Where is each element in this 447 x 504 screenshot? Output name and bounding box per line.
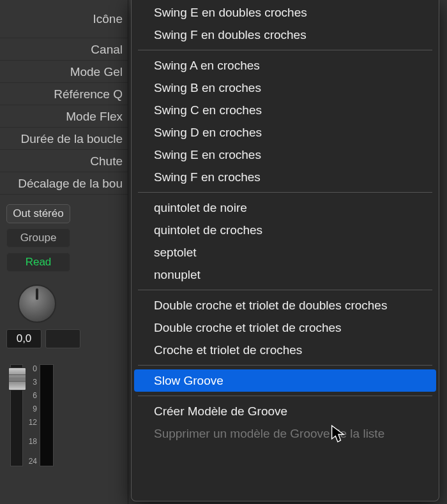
menu-separator: [138, 396, 432, 396]
inspector-sidebar: Icône Canal Mode Gel Référence Q Mode Fl…: [0, 0, 128, 504]
menu-item-swing-e-16[interactable]: Swing E en doubles croches: [132, 1, 439, 24]
automation-read-button[interactable]: Read: [6, 253, 70, 272]
menu-separator: [138, 192, 432, 193]
label-canal: Canal: [0, 38, 128, 61]
menu-item-create-groove-template[interactable]: Créer Modèle de Groove: [132, 400, 439, 422]
menu-item-8-triplet-8[interactable]: Croche et triolet de croches: [132, 339, 439, 361]
menu-item-slow-groove[interactable]: Slow Groove: [134, 369, 436, 392]
label-reference-q: Référence Q: [0, 83, 128, 105]
menu-item-septolet[interactable]: septolet: [132, 241, 439, 263]
menu-item-swing-d-8[interactable]: Swing D en croches: [132, 121, 439, 144]
menu-item-swing-e-8[interactable]: Swing E en croches: [132, 144, 439, 166]
pan-value[interactable]: 0,0: [6, 329, 42, 348]
pan-knob[interactable]: [18, 285, 56, 323]
output-button[interactable]: Out stéréo: [6, 204, 70, 223]
menu-item-delete-groove-template: Supprimer un modèle de Groove de la list…: [132, 422, 439, 445]
group-button[interactable]: Groupe: [6, 228, 70, 248]
label-chute: Chute: [0, 150, 128, 172]
level-meter: [40, 364, 54, 466]
label-icone: Icône: [0, 0, 128, 38]
fader-cap[interactable]: [8, 367, 26, 390]
menu-separator: [138, 290, 432, 290]
label-decalage: Décalage de la bou: [0, 172, 128, 195]
menu-item-swing-f-8[interactable]: Swing F en croches: [132, 166, 439, 188]
meter-scale: 0 3 6 9 12 18 24: [26, 364, 37, 466]
quantize-reference-menu[interactable]: Swing E en doubles croches Swing F en do…: [131, 0, 439, 501]
menu-item-nonuplet[interactable]: nonuplet: [132, 263, 439, 286]
channel-controls: Out stéréo Groupe Read 0,0 0 3 6 9 12 18: [0, 195, 128, 466]
volume-fader[interactable]: [10, 364, 23, 466]
menu-item-quintolet-noire[interactable]: quintolet de noire: [132, 196, 439, 219]
menu-item-swing-a-8[interactable]: Swing A en croches: [132, 54, 439, 77]
menu-separator: [138, 365, 432, 366]
label-mode-gel: Mode Gel: [0, 61, 128, 83]
menu-item-16-triplet-8[interactable]: Double croche et triolet de croches: [132, 316, 439, 339]
menu-separator: [138, 50, 432, 50]
menu-item-swing-b-8[interactable]: Swing B en croches: [132, 77, 439, 99]
menu-item-swing-f-16[interactable]: Swing F en doubles croches: [132, 24, 439, 46]
peak-value[interactable]: [45, 329, 80, 348]
menu-item-swing-c-8[interactable]: Swing C en croches: [132, 99, 439, 121]
label-mode-flex: Mode Flex: [0, 105, 128, 128]
label-duree-boucle: Durée de la boucle: [0, 128, 128, 150]
menu-item-16-triplet-16[interactable]: Double croche et triolet de doubles croc…: [132, 294, 439, 316]
menu-item-quintolet-croches[interactable]: quintolet de croches: [132, 219, 439, 241]
